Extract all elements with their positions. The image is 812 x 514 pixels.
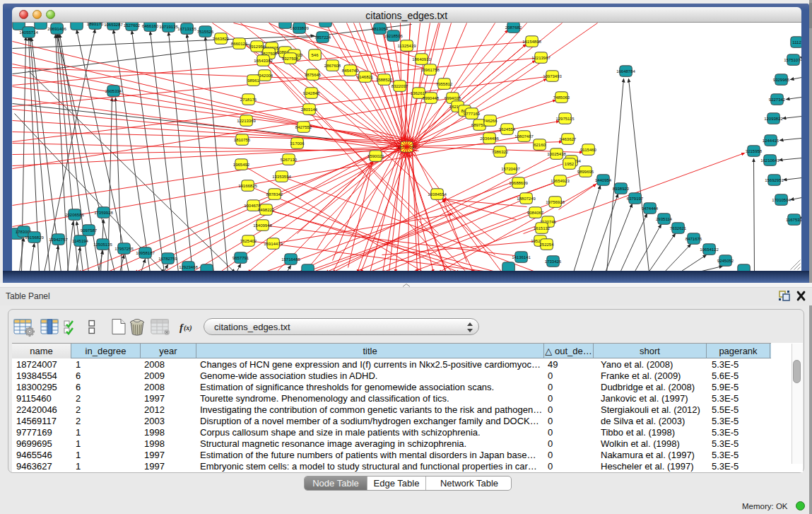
svg-text:98961: 98961	[247, 78, 259, 82]
svg-text:10719135: 10719135	[159, 24, 178, 28]
svg-text:8322037: 8322037	[391, 83, 408, 88]
svg-text:16648784: 16648784	[616, 69, 635, 73]
svg-text:7485063: 7485063	[553, 95, 570, 99]
svg-text:9474444: 9474444	[641, 206, 658, 210]
svg-text:(x): (x)	[184, 324, 192, 332]
svg-text:9115460: 9115460	[580, 147, 597, 151]
svg-text:7663822: 7663822	[212, 36, 229, 40]
svg-text:1733426: 1733426	[544, 259, 561, 263]
svg-text:8813054: 8813054	[371, 26, 388, 30]
svg-text:8471676: 8471676	[685, 236, 702, 240]
svg-text:9657791: 9657791	[232, 255, 249, 259]
svg-text:7515526: 7515526	[196, 29, 213, 33]
svg-text:10654122: 10654122	[700, 247, 719, 251]
svg-text:15720407: 15720407	[501, 166, 520, 170]
svg-text:16033809: 16033809	[290, 25, 309, 30]
svg-text:8990448: 8990448	[422, 95, 439, 100]
svg-text:2087682: 2087682	[505, 25, 522, 29]
svg-text:8454749: 8454749	[341, 68, 358, 72]
svg-text:9245052: 9245052	[717, 258, 734, 262]
svg-text:1615132: 1615132	[533, 226, 550, 230]
svg-text:12942757: 12942757	[49, 237, 68, 241]
svg-text:6994028: 6994028	[444, 95, 461, 100]
svg-text:10688609: 10688609	[509, 180, 528, 185]
svg-text:62160: 62160	[534, 142, 546, 146]
svg-text:2718176: 2718176	[240, 97, 257, 101]
svg-text:19218506: 19218506	[384, 33, 403, 37]
svg-text:9463627: 9463627	[559, 136, 576, 141]
svg-text:12975115: 12975115	[555, 116, 575, 120]
svg-text:252254: 252254	[539, 242, 554, 246]
svg-text:7386322: 7386322	[491, 149, 508, 153]
svg-text:20691406: 20691406	[47, 26, 66, 30]
svg-text:17359928: 17359928	[94, 210, 113, 214]
svg-text:3215958: 3215958	[745, 148, 762, 153]
svg-text:9327508: 9327508	[281, 56, 298, 60]
svg-text:8938923: 8938923	[612, 186, 629, 190]
svg-text:7955812: 7955812	[435, 81, 452, 86]
svg-text:1893170: 1893170	[86, 23, 103, 26]
svg-text:16782759: 16782759	[158, 256, 177, 260]
svg-text:16210643: 16210643	[760, 158, 779, 162]
svg-text:1440954: 1440954	[594, 177, 611, 182]
svg-text:2803144: 2803144	[300, 107, 317, 111]
svg-text:15716485: 15716485	[281, 257, 300, 261]
svg-text:3498222: 3498222	[257, 207, 274, 211]
svg-text:1965492: 1965492	[233, 162, 249, 166]
svg-text:12923468: 12923468	[179, 264, 198, 269]
svg-text:8660124: 8660124	[230, 41, 247, 45]
svg-text:10025438: 10025438	[547, 151, 566, 156]
svg-text:8427552: 8427552	[295, 124, 312, 129]
svg-text:15409948: 15409948	[253, 223, 272, 227]
svg-text:16543382: 16543382	[254, 58, 273, 62]
svg-text:317006: 317006	[290, 141, 305, 145]
svg-text:14136141: 14136141	[512, 255, 531, 259]
svg-text:1590023: 1590023	[367, 153, 384, 158]
svg-text:1112: 1112	[792, 40, 801, 44]
svg-text:7857224: 7857224	[314, 35, 331, 39]
svg-text:15751074: 15751074	[784, 57, 801, 62]
svg-text:10653287: 10653287	[104, 23, 123, 27]
svg-text:11325419: 11325419	[397, 43, 416, 47]
svg-text:15692951: 15692951	[765, 177, 784, 182]
svg-text:20364486: 20364486	[480, 136, 499, 140]
svg-text:13654923: 13654923	[551, 178, 570, 182]
svg-text:1952: 1952	[564, 161, 574, 165]
svg-text:2935114: 2935114	[656, 216, 673, 221]
svg-text:10807487: 10807487	[514, 134, 534, 138]
svg-text:7632621: 7632621	[669, 226, 686, 230]
svg-text:3624554: 3624554	[498, 127, 515, 131]
svg-text:1810755: 1810755	[233, 137, 250, 141]
svg-text:1167531: 1167531	[786, 217, 801, 221]
svg-text:17957255: 17957255	[114, 246, 134, 250]
svg-text:16914479: 16914479	[264, 241, 283, 245]
svg-text:12505135: 12505135	[93, 242, 112, 246]
svg-text:8878342: 8878342	[266, 192, 283, 196]
svg-text:14055714: 14055714	[19, 30, 38, 34]
svg-text:9146821: 9146821	[356, 74, 373, 78]
svg-text:9899695: 9899695	[577, 169, 594, 173]
svg-text:1145194: 1145194	[72, 238, 89, 243]
svg-text:1588520: 1588520	[375, 77, 392, 81]
svg-text:5267130: 5267130	[280, 157, 297, 161]
svg-text:18807249: 18807249	[517, 196, 536, 200]
svg-text:9242848: 9242848	[302, 90, 319, 95]
svg-text:9097587: 9097587	[80, 228, 97, 232]
svg-text:9227342: 9227342	[768, 97, 785, 101]
svg-text:746266: 746266	[483, 118, 498, 122]
svg-text:16154808: 16154808	[522, 39, 541, 43]
svg-text:3875645: 3875645	[304, 72, 321, 76]
svg-text:10958187: 10958187	[136, 250, 155, 255]
svg-text:18640910: 18640910	[412, 57, 431, 61]
svg-text:9777169: 9777169	[463, 111, 480, 115]
svg-text:1244415: 1244415	[762, 138, 779, 142]
svg-text:6379197: 6379197	[626, 196, 643, 200]
svg-text:19384554: 19384554	[428, 192, 447, 196]
svg-text:20206586: 20206586	[65, 212, 84, 216]
svg-text:6466160: 6466160	[141, 23, 158, 28]
svg-text:19166825: 19166825	[238, 183, 257, 187]
svg-text:12213967: 12213967	[531, 55, 551, 59]
svg-text:19756928: 19756928	[546, 199, 565, 204]
svg-text:9084067: 9084067	[526, 210, 543, 214]
svg-text:546: 546	[311, 52, 319, 57]
